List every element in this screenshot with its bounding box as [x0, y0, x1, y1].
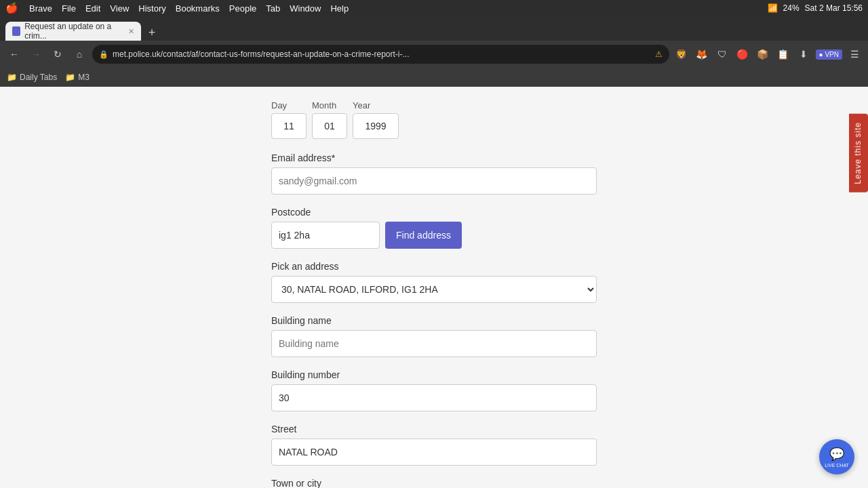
- street-input[interactable]: [271, 439, 597, 466]
- home-button[interactable]: ⌂: [71, 45, 88, 63]
- tab-favicon: [12, 26, 20, 36]
- building-number-label: Building number: [271, 369, 597, 380]
- date-row: Day Month Year: [271, 100, 597, 139]
- bookmark-daily-tabs[interactable]: 📁 Daily Tabs: [7, 73, 57, 82]
- menu-tab[interactable]: Tab: [266, 3, 280, 14]
- forward-button[interactable]: →: [27, 45, 45, 63]
- postcode-search-label: Postcode: [271, 207, 597, 218]
- address-select[interactable]: 30, NATAL ROAD, ILFORD, IG1 2HA: [271, 276, 597, 303]
- live-chat-icon: 💬: [829, 447, 844, 462]
- year-field-group: Year: [353, 100, 399, 139]
- menu-edit[interactable]: Edit: [85, 3, 100, 14]
- dob-field-group: Day Month Year: [271, 100, 597, 139]
- menubar-right: 📶 24% Sat 2 Mar 15:56: [768, 3, 863, 13]
- extension-icon-1[interactable]: 🔴: [734, 46, 751, 62]
- day-input[interactable]: [271, 113, 307, 139]
- url-text: met.police.uk/contact/af/contact-us-form…: [113, 49, 651, 59]
- email-field-group: Email address*: [271, 152, 597, 195]
- address-bar[interactable]: 🔒 met.police.uk/contact/af/contact-us-fo…: [92, 45, 669, 64]
- building-name-field-group: Building name: [271, 315, 597, 357]
- menu-people[interactable]: People: [229, 3, 256, 14]
- bookmark-label-2: M3: [78, 73, 90, 82]
- folder-icon-2: 📁: [65, 73, 75, 82]
- menu-bookmarks[interactable]: Bookmarks: [176, 3, 220, 14]
- menu-window[interactable]: Window: [290, 3, 321, 14]
- nav-bar: ← → ↻ ⌂ 🔒 met.police.uk/contact/af/conta…: [0, 41, 868, 68]
- bookmarks-bar: 📁 Daily Tabs 📁 M3: [0, 68, 868, 87]
- back-button[interactable]: ←: [5, 45, 23, 63]
- tab-close-button[interactable]: ✕: [128, 27, 134, 36]
- new-tab-button[interactable]: +: [144, 24, 160, 41]
- apple-menu[interactable]: 🍎: [5, 2, 18, 14]
- street-field-group: Street: [271, 424, 597, 466]
- menu-brave[interactable]: Brave: [29, 3, 52, 14]
- building-name-input[interactable]: [271, 330, 597, 357]
- menu-history[interactable]: History: [138, 3, 165, 14]
- year-input[interactable]: [353, 113, 399, 139]
- leave-site-button[interactable]: Leave this site: [849, 114, 868, 192]
- wifi-icon: 📶: [768, 3, 778, 13]
- page-content: Day Month Year Email address*: [0, 87, 868, 488]
- shield-alert-icon: ⚠: [655, 49, 663, 59]
- email-input[interactable]: [271, 167, 597, 195]
- town-label: Town or city: [271, 478, 597, 488]
- live-chat-button[interactable]: 💬 LIVE CHAT: [819, 439, 854, 474]
- menu-view[interactable]: View: [110, 3, 129, 14]
- extension-icon-2[interactable]: 📦: [755, 46, 771, 62]
- lock-icon: 🔒: [99, 50, 108, 59]
- day-label: Day: [271, 100, 307, 110]
- postcode-search-input[interactable]: [271, 222, 380, 249]
- extension-icon-4[interactable]: ⬇: [795, 46, 812, 62]
- building-number-field-group: Building number: [271, 369, 597, 411]
- bookmark-label-1: Daily Tabs: [20, 73, 57, 82]
- year-label: Year: [353, 100, 399, 110]
- town-field-group: Town or city: [271, 478, 597, 488]
- email-label: Email address*: [271, 152, 597, 163]
- browser-chrome: Request an update on a crim... ✕ + ← → ↻…: [0, 16, 868, 87]
- month-label: Month: [312, 100, 347, 110]
- building-number-input[interactable]: [271, 384, 597, 411]
- tab-bar: Request an update on a crim... ✕ +: [0, 16, 868, 41]
- extension-icon-3[interactable]: 📋: [775, 46, 791, 62]
- bookmark-m3[interactable]: 📁 M3: [65, 73, 90, 82]
- pick-address-field-group: Pick an address 30, NATAL ROAD, ILFORD, …: [271, 261, 597, 303]
- shields-icon[interactable]: 🛡: [714, 46, 730, 62]
- datetime-display: Sat 2 Mar 15:56: [805, 3, 863, 13]
- find-address-button[interactable]: Find address: [385, 222, 462, 249]
- menu-icon[interactable]: ☰: [846, 46, 863, 62]
- pick-address-label: Pick an address: [271, 261, 597, 272]
- reload-button[interactable]: ↻: [49, 45, 66, 63]
- live-chat-label: LIVE CHAT: [825, 463, 849, 468]
- active-tab[interactable]: Request an update on a crim... ✕: [5, 22, 141, 41]
- wallet-icon[interactable]: 🦊: [694, 46, 710, 62]
- month-field-group: Month: [312, 100, 347, 139]
- postcode-row: Find address: [271, 222, 597, 249]
- menu-file[interactable]: File: [62, 3, 76, 14]
- menu-help[interactable]: Help: [330, 3, 349, 14]
- folder-icon: 📁: [7, 73, 17, 82]
- tab-title: Request an update on a crim...: [24, 22, 121, 41]
- nav-right-icons: 🦁 🦊 🛡 🔴 📦 📋 ⬇ ● VPN ☰: [673, 46, 863, 62]
- day-field-group: Day: [271, 100, 307, 139]
- street-label: Street: [271, 424, 597, 434]
- menu-items: Brave File Edit View History Bookmarks P…: [29, 3, 349, 14]
- month-input[interactable]: [312, 113, 347, 139]
- building-name-label: Building name: [271, 315, 597, 326]
- extensions-icon[interactable]: 🦁: [673, 46, 690, 62]
- form-inner: Day Month Year Email address*: [271, 100, 597, 474]
- menubar: 🍎 Brave File Edit View History Bookmarks…: [0, 0, 868, 16]
- postcode-search-field-group: Postcode Find address: [271, 207, 597, 249]
- battery-indicator: 24%: [783, 3, 800, 13]
- vpn-badge[interactable]: ● VPN: [816, 49, 842, 60]
- form-container: Day Month Year Email address*: [0, 87, 868, 488]
